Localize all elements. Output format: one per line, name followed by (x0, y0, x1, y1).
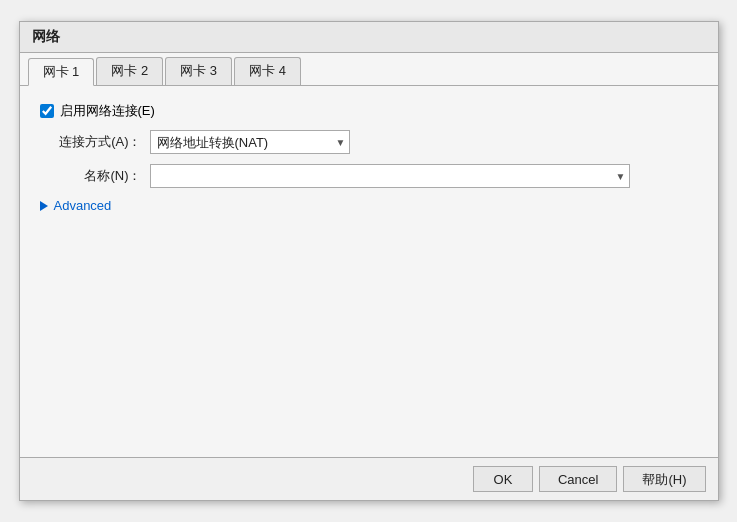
advanced-arrow-icon (40, 201, 48, 211)
cancel-button[interactable]: Cancel (539, 466, 617, 492)
name-input-wrapper: ▼ (150, 164, 630, 188)
enable-checkbox[interactable] (40, 104, 54, 118)
name-input[interactable] (150, 164, 630, 188)
enable-label: 启用网络连接(E) (60, 102, 155, 120)
advanced-label: Advanced (54, 198, 112, 213)
tab-nic4[interactable]: 网卡 4 (234, 57, 301, 85)
name-label: 名称(N)： (40, 167, 150, 185)
dialog-footer: OK Cancel 帮助(H) (20, 457, 718, 500)
connection-type-label: 连接方式(A)： (40, 133, 150, 151)
ok-button[interactable]: OK (473, 466, 533, 492)
tabs-bar: 网卡 1 网卡 2 网卡 3 网卡 4 (20, 53, 718, 86)
enable-row: 启用网络连接(E) (40, 102, 698, 120)
dialog-title: 网络 (20, 22, 718, 53)
connection-type-select-wrapper: 网络地址转换(NAT) 桥接网卡 内部网络 仅主机(Host-Only)网络 未… (150, 130, 350, 154)
connection-type-row: 连接方式(A)： 网络地址转换(NAT) 桥接网卡 内部网络 仅主机(Host-… (40, 130, 698, 154)
tab-nic2[interactable]: 网卡 2 (96, 57, 163, 85)
advanced-row[interactable]: Advanced (40, 198, 698, 213)
help-button[interactable]: 帮助(H) (623, 466, 705, 492)
tab-nic1[interactable]: 网卡 1 (28, 58, 95, 86)
tab-nic3[interactable]: 网卡 3 (165, 57, 232, 85)
name-row: 名称(N)： ▼ (40, 164, 698, 188)
connection-type-select[interactable]: 网络地址转换(NAT) 桥接网卡 内部网络 仅主机(Host-Only)网络 未… (150, 130, 350, 154)
content-area: 启用网络连接(E) 连接方式(A)： 网络地址转换(NAT) 桥接网卡 内部网络… (20, 86, 718, 457)
network-dialog: 网络 网卡 1 网卡 2 网卡 3 网卡 4 启用网络连接(E) 连接方式(A)… (19, 21, 719, 501)
